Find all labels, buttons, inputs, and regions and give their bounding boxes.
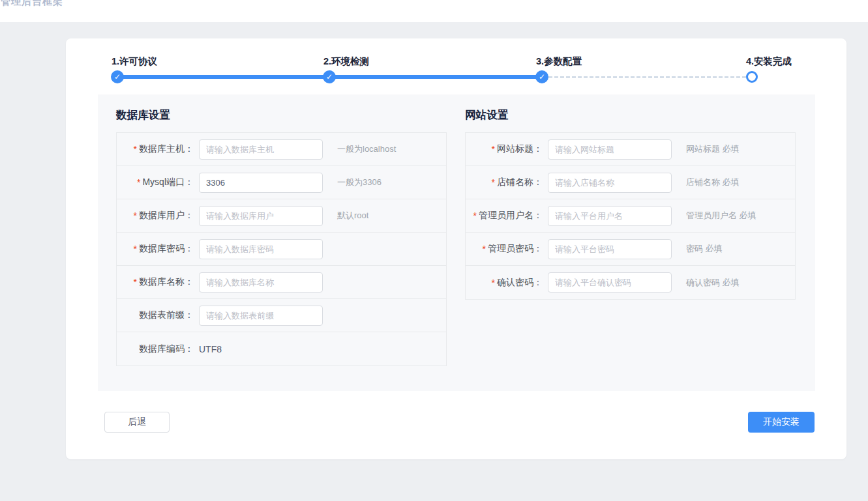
required-star-icon: * [483, 244, 486, 254]
form-field-row: * Mysql端口： 一般为3306 [117, 166, 446, 199]
stepper-line-pending [548, 76, 752, 78]
form-field-row: * 数据表前缀： [117, 299, 446, 332]
field-label-cell: * Mysql端口： [117, 177, 194, 188]
field-input[interactable] [199, 272, 323, 293]
step-check-icon: ✓ [111, 70, 124, 83]
step-label: 1.许可协议 [112, 55, 157, 68]
page-background: 1.许可协议✓2.环境检测✓3.参数配置✓4.安装完成 数据库设置 * 数据库主… [0, 22, 868, 501]
field-hint: 一般为localhost [337, 143, 396, 155]
form-field-row: * 数据库密码： [117, 233, 446, 266]
field-input[interactable] [548, 272, 672, 293]
step-label: 2.环境检测 [323, 55, 369, 68]
field-label-cell: * 数据库主机： [117, 143, 194, 155]
required-star-icon: * [134, 210, 137, 221]
step-check-icon: ✓ [323, 70, 336, 83]
field-label: 网站标题： [497, 143, 543, 155]
form-field-row: * 数据库编码： UTF8 [117, 332, 446, 365]
field-label: Mysql端口： [142, 177, 194, 188]
field-input[interactable] [548, 239, 672, 259]
field-input[interactable] [199, 306, 323, 326]
field-value-text: UTF8 [199, 344, 222, 354]
field-input[interactable] [199, 173, 323, 193]
website-section-title: 网站设置 [465, 108, 796, 122]
field-label: 数据库编码： [139, 343, 194, 355]
wizard-actions: 后退 开始安装 [104, 412, 815, 433]
form-field-row: * 网站标题： 网站标题 必填 [466, 133, 795, 166]
form-field-row: * 管理员密码： 密码 必填 [466, 233, 795, 266]
form-field-row: * 店铺名称： 店铺名称 必填 [466, 166, 795, 199]
field-label: 数据库密码： [139, 243, 194, 255]
field-input[interactable] [199, 206, 323, 226]
stepper: 1.许可协议✓2.环境检测✓3.参数配置✓4.安装完成 [66, 38, 846, 94]
required-star-icon: * [473, 210, 477, 221]
required-star-icon: * [134, 144, 137, 154]
field-label: 数据表前缀： [139, 309, 194, 321]
field-input[interactable] [548, 206, 672, 226]
field-label-cell: * 管理员用户名： [466, 210, 543, 222]
field-hint: 一般为3306 [337, 177, 382, 188]
field-input[interactable] [548, 139, 672, 160]
database-form-table: * 数据库主机： 一般为localhost * Mysql端口： 一般为3306… [116, 132, 447, 366]
required-star-icon: * [134, 244, 137, 254]
field-label-cell: * 数据库密码： [117, 243, 194, 255]
field-hint: 店铺名称 必填 [686, 177, 740, 188]
field-label-cell: * 数据库编码： [117, 343, 194, 355]
required-star-icon: * [492, 144, 495, 154]
field-label: 管理员密码： [488, 243, 543, 255]
field-label: 店铺名称： [497, 177, 543, 188]
step-pending-circle-icon [746, 71, 758, 83]
database-settings-section: 数据库设置 * 数据库主机： 一般为localhost * Mysql端口： 一… [116, 94, 447, 391]
field-label-cell: * 数据库名称： [117, 276, 194, 288]
form-field-row: * 数据库主机： 一般为localhost [117, 133, 446, 166]
brand-title: 管理后台框架 [0, 0, 868, 8]
field-label: 数据库用户： [139, 210, 194, 222]
form-field-row: * 数据库用户： 默认root [117, 199, 446, 233]
website-settings-section: 网站设置 * 网站标题： 网站标题 必填 * 店铺名称： 店铺名称 必填 * 管… [465, 94, 796, 391]
field-label-cell: * 确认密码： [466, 277, 543, 289]
field-label: 确认密码： [497, 277, 543, 289]
back-button[interactable]: 后退 [104, 412, 170, 433]
step-label: 3.参数配置 [536, 55, 582, 68]
form-field-row: * 确认密码： 确认密码 必填 [466, 266, 795, 299]
step-label: 4.安装完成 [746, 55, 792, 68]
field-input[interactable] [199, 139, 323, 160]
start-install-button[interactable]: 开始安装 [748, 412, 815, 433]
field-hint: 网站标题 必填 [686, 143, 740, 155]
field-input[interactable] [548, 173, 672, 193]
field-hint: 默认root [337, 210, 368, 222]
field-hint: 密码 必填 [686, 243, 723, 255]
field-label: 数据库主机： [139, 143, 194, 155]
field-hint: 确认密码 必填 [686, 277, 740, 289]
settings-panel: 数据库设置 * 数据库主机： 一般为localhost * Mysql端口： 一… [98, 94, 815, 391]
form-field-row: * 管理员用户名： 管理员用户名 必填 [466, 199, 795, 233]
required-star-icon: * [134, 277, 137, 287]
field-hint: 管理员用户名 必填 [686, 210, 756, 222]
field-label-cell: * 数据库用户： [117, 210, 194, 222]
field-label: 数据库名称： [139, 276, 194, 288]
step-check-icon: ✓ [535, 70, 548, 83]
website-form-table: * 网站标题： 网站标题 必填 * 店铺名称： 店铺名称 必填 * 管理员用户名… [465, 132, 796, 300]
field-label-cell: * 数据表前缀： [117, 309, 194, 321]
required-star-icon: * [492, 177, 495, 188]
field-label-cell: * 管理员密码： [466, 243, 543, 255]
field-label-cell: * 网站标题： [466, 143, 543, 155]
top-bar: 管理后台框架 [0, 0, 868, 22]
form-field-row: * 数据库名称： [117, 266, 446, 299]
database-section-title: 数据库设置 [116, 108, 447, 122]
required-star-icon: * [137, 177, 140, 188]
field-label-cell: * 店铺名称： [466, 177, 543, 188]
install-wizard-card: 1.许可协议✓2.环境检测✓3.参数配置✓4.安装完成 数据库设置 * 数据库主… [66, 38, 846, 459]
required-star-icon: * [492, 278, 495, 288]
field-label: 管理员用户名： [479, 210, 543, 222]
field-input[interactable] [199, 239, 323, 259]
